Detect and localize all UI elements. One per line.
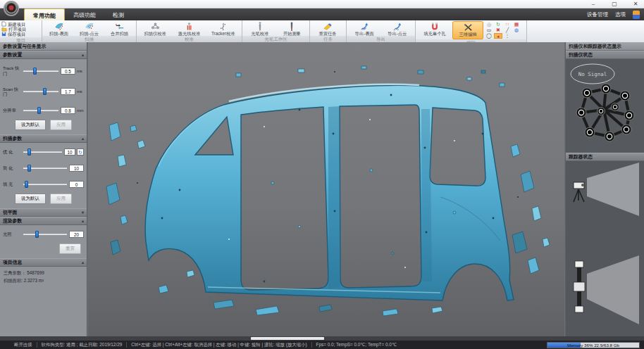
- button-label: 导出-点云: [388, 31, 407, 36]
- laser-calibration-button[interactable]: 激光线校准: [172, 21, 206, 36]
- section-scan-params[interactable]: 扫描参数▴: [0, 134, 87, 143]
- edit-3d-button[interactable]: 三维编辑: [452, 21, 483, 39]
- pen-calibration-button[interactable]: 光笔校准: [244, 21, 276, 36]
- set-default-button-2[interactable]: 设为默认: [15, 193, 46, 204]
- splitter-handle[interactable]: [251, 337, 324, 340]
- button-label: 扫描仪校准: [144, 31, 166, 36]
- maximize-button[interactable]: ▢: [609, 0, 620, 8]
- collapse-arrow-icon[interactable]: ▾: [82, 208, 84, 217]
- tab-inspection[interactable]: 检测: [104, 8, 132, 20]
- edit-tools-grid: ◎ ↻ ∷ ▦ ▭ ✖ ╱ ◍ ◯ ● ⋮: [483, 21, 522, 39]
- fill-hole-button[interactable]: 填充单个孔: [417, 21, 452, 39]
- scan-pointcloud-icon: [85, 23, 94, 31]
- simplify-slider[interactable]: [23, 167, 67, 169]
- cancel-select-icon[interactable]: ✖: [494, 27, 502, 33]
- set-default-button[interactable]: 设为默认: [15, 120, 46, 130]
- edit-pencil-icon[interactable]: ╱: [503, 27, 512, 33]
- ribbon-group-edit: 填充单个孔 三维编辑 ◎ ↻ ∷ ▦ ▭ ✖ ╱ ◍ ◯ ● ⋮: [416, 20, 527, 42]
- scan-shutter-slider[interactable]: [23, 91, 58, 92]
- section-render-params[interactable]: 渲染参数▴: [0, 217, 87, 225]
- section-tracker-status[interactable]: 跟踪器状态: [566, 153, 644, 161]
- device-management-menu[interactable]: 设备管理: [587, 11, 608, 18]
- export-surface-button[interactable]: 导出-表面: [348, 21, 381, 36]
- visibility-icon[interactable]: ◎: [485, 22, 493, 27]
- app-window: – ▢ ✕ 常用功能 高级功能 检测 设备管理 选项 新建项目 打开项目: [0, 0, 644, 349]
- lighting-slider[interactable]: [23, 234, 67, 235]
- section-cut-plane[interactable]: 切平面▾: [0, 208, 87, 217]
- optimize-refresh-icon[interactable]: ↻: [77, 148, 84, 156]
- point-select-icon[interactable]: ●: [494, 33, 502, 39]
- parameter-panel: 参数设置与任务显示 参数设置▴ Track 快门 0.5 ms Scan 快门 …: [0, 42, 87, 336]
- refresh-selection-icon[interactable]: ↻: [494, 22, 502, 27]
- scan-shutter-value[interactable]: 1.7: [61, 88, 75, 95]
- scan-surface-button[interactable]: 扫描-表面: [44, 21, 74, 36]
- lighting-value[interactable]: 20: [69, 231, 84, 238]
- help-icon[interactable]: [633, 11, 640, 19]
- memory-label: Memory 36% 22.9/63.8 Gb: [547, 343, 639, 348]
- collapse-arrow-icon[interactable]: ▴: [82, 134, 84, 143]
- telemetry: Fps= 0.0; TempS= 0.0℃; TempT= 0.0℃: [316, 342, 397, 348]
- slider-label: 光照: [3, 231, 21, 237]
- simplify-value[interactable]: 10: [69, 165, 84, 172]
- optimize-value[interactable]: 10: [64, 148, 75, 156]
- no-signal-text: No Signal: [578, 71, 607, 77]
- triangles-value: 5487699: [27, 270, 44, 275]
- close-button[interactable]: ✕: [630, 0, 641, 8]
- optimize-slider[interactable]: [23, 151, 62, 153]
- group-label: 任务: [310, 36, 346, 42]
- tracker-calibration-button[interactable]: Tracker校准: [206, 21, 240, 36]
- collapse-arrow-icon[interactable]: ▴: [82, 51, 84, 59]
- export-pointcloud-icon: [392, 23, 402, 31]
- scanner-calibration-button[interactable]: 扫描仪校准: [138, 21, 172, 36]
- unit-label: mm: [77, 108, 84, 113]
- track-shutter-slider[interactable]: [23, 70, 58, 72]
- ribbon-group-scan: 扫描-表面 扫描-点云 合并扫描 扫描: [42, 20, 137, 42]
- left-panel-header: 参数设置与任务显示: [0, 42, 87, 51]
- section-project-info[interactable]: 项目信息▴: [0, 258, 87, 267]
- ellipse-select-icon[interactable]: ◯: [485, 33, 493, 39]
- app-logo-icon[interactable]: [4, 1, 19, 16]
- section-title: 参数设置: [3, 51, 22, 59]
- merge-scan-button[interactable]: 合并扫描: [104, 21, 135, 36]
- track-shutter-value[interactable]: 0.5: [61, 68, 75, 75]
- export-pointcloud-button[interactable]: 导出-点云: [381, 21, 414, 36]
- save-project-button[interactable]: 保存项目: [1, 32, 40, 37]
- fill-slider[interactable]: [23, 184, 67, 185]
- section-scanner-status[interactable]: 扫描仪状态: [566, 51, 644, 59]
- rect-select-icon[interactable]: ▭: [485, 27, 493, 33]
- tracker-calibration-icon: [218, 23, 228, 31]
- scanner-calibration-icon: [151, 23, 160, 31]
- fill-value[interactable]: 0: [69, 181, 84, 188]
- button-label: 激光线校准: [178, 31, 200, 36]
- zoom-region-icon[interactable]: ◍: [512, 27, 521, 33]
- ribbon-group-pen-workspace: 光笔校准 开始测量 光笔工作区: [242, 20, 310, 42]
- scan-area-label: 扫描面积:: [4, 278, 23, 283]
- resolution-value[interactable]: 0.8: [61, 107, 75, 114]
- start-measure-button[interactable]: 开始测量: [276, 21, 309, 36]
- scan-pointcloud-button[interactable]: 扫描-点云: [74, 21, 104, 36]
- tab-advanced-functions[interactable]: 高级功能: [65, 8, 104, 20]
- 3d-viewport[interactable]: [88, 42, 564, 336]
- collapse-arrow-icon[interactable]: ▴: [82, 217, 84, 225]
- button-label: 打开项目: [8, 27, 26, 32]
- minimize-button[interactable]: –: [588, 0, 599, 8]
- section-param-settings[interactable]: 参数设置▴: [0, 51, 87, 59]
- resolution-slider[interactable]: [23, 110, 58, 111]
- tab-common-functions[interactable]: 常用功能: [24, 8, 65, 20]
- apply-button-2[interactable]: 应用: [50, 193, 72, 204]
- slider-label: 简 化: [3, 165, 21, 171]
- collapse-arrow-icon[interactable]: ▴: [82, 258, 84, 267]
- reset-task-button[interactable]: 重置任务: [311, 21, 344, 36]
- new-project-button[interactable]: 新建项目: [1, 21, 40, 27]
- options-menu[interactable]: 选项: [615, 11, 626, 18]
- show-points-icon[interactable]: ∷: [503, 22, 512, 27]
- apply-button[interactable]: 应用: [50, 120, 72, 130]
- ribbon-group-calibration: 扫描仪校准 激光线校准 Tracker校准 校准: [137, 20, 242, 42]
- delete-selection-icon[interactable]: ▦: [512, 22, 521, 27]
- scan-surface-icon: [54, 23, 64, 31]
- open-project-button[interactable]: 打开项目: [1, 27, 40, 32]
- group-label: 导出: [347, 36, 415, 42]
- list-options-icon[interactable]: ⋮: [503, 33, 512, 39]
- reset-render-button[interactable]: 重置: [59, 243, 81, 254]
- slider-label: 分辨率: [3, 108, 21, 113]
